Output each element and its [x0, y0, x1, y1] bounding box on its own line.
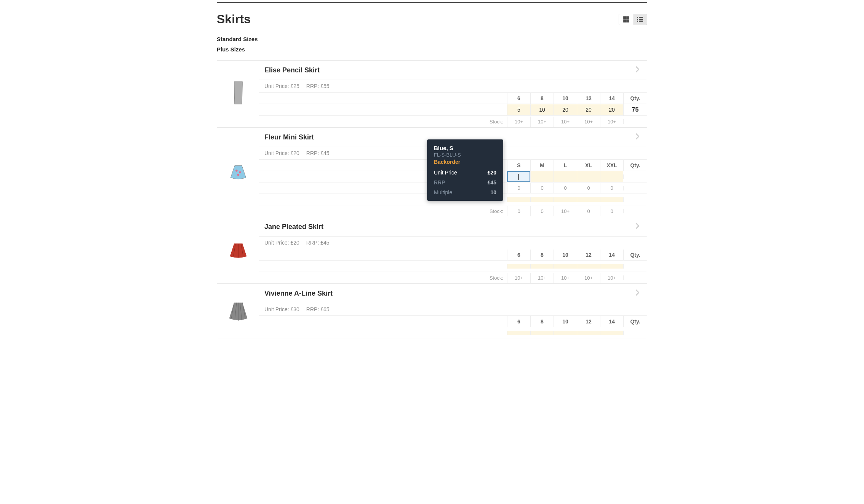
- product-thumbnail: [217, 284, 259, 339]
- page-title: Skirts: [217, 12, 251, 26]
- size-header-cell: XXL: [600, 160, 623, 171]
- qty-input[interactable]: [554, 171, 577, 182]
- qty-input[interactable]: [554, 197, 577, 202]
- qty-input[interactable]: [507, 197, 530, 202]
- variant-tooltip: Blue, SFL-S-BLU-SBackorderUnit Price£20R…: [427, 139, 503, 201]
- stock-cell: 0: [530, 206, 554, 216]
- qty-total: Qty.: [623, 250, 647, 260]
- unit-price-label: Unit Price: £20: [264, 240, 299, 246]
- chevron-right-icon[interactable]: [633, 132, 642, 142]
- stock-cell: 10+: [554, 206, 577, 216]
- size-header-cell: 14: [600, 316, 623, 327]
- qty-total: Qty.: [623, 93, 647, 104]
- qty-input[interactable]: [554, 331, 577, 335]
- qty-total: [623, 174, 647, 179]
- stock-cell: 10+: [577, 273, 600, 283]
- qty-input[interactable]: [600, 171, 623, 182]
- qty-input[interactable]: 20: [577, 104, 600, 115]
- product-title: Fleur Mini Skirt: [264, 133, 314, 141]
- stock-label: Stock:: [259, 275, 507, 281]
- product-thumbnail: [217, 217, 259, 283]
- qty-input[interactable]: [600, 331, 623, 335]
- qty-total: [623, 331, 647, 335]
- size-header-cell: 6: [507, 250, 530, 260]
- list-view-button[interactable]: [633, 14, 647, 25]
- qty-input[interactable]: [554, 264, 577, 269]
- stock-cell: 0: [530, 183, 554, 193]
- qty-total: Qty.: [623, 160, 647, 171]
- qty-input[interactable]: [507, 331, 530, 335]
- qty-input[interactable]: [530, 171, 554, 182]
- rrp-label: RRP: £55: [306, 83, 330, 89]
- stock-cell: 0: [577, 183, 600, 193]
- tooltip-rrp-label: RRP: [434, 179, 445, 186]
- chevron-right-icon[interactable]: [633, 288, 642, 298]
- qty-total: [623, 275, 647, 280]
- size-header-cell: M: [530, 160, 554, 171]
- qty-input[interactable]: [577, 171, 600, 182]
- qty-input[interactable]: [507, 171, 530, 182]
- stock-cell: 0: [600, 183, 623, 193]
- size-header-cell: 10: [554, 93, 577, 104]
- qty-input[interactable]: 5: [507, 104, 530, 115]
- standard-sizes-link[interactable]: Standard Sizes: [217, 36, 647, 42]
- size-header-cell: 14: [600, 250, 623, 260]
- qty-input[interactable]: [577, 264, 600, 269]
- qty-input[interactable]: [507, 264, 530, 269]
- product-thumbnail: [217, 128, 259, 217]
- view-toggle-group: [619, 14, 647, 25]
- size-header-cell: 8: [530, 316, 554, 327]
- chevron-right-icon[interactable]: [633, 65, 642, 75]
- qty-input[interactable]: [600, 197, 623, 202]
- plus-sizes-link[interactable]: Plus Sizes: [217, 46, 647, 53]
- qty-input[interactable]: [577, 197, 600, 202]
- stock-cell: 10+: [577, 117, 600, 127]
- qty-total: [623, 119, 647, 124]
- size-header-cell: 8: [530, 93, 554, 104]
- grid-icon: [623, 16, 629, 22]
- product-thumbnail: [217, 61, 259, 127]
- qty-total: [623, 197, 647, 202]
- size-header-cell: XL: [577, 160, 600, 171]
- qty-input[interactable]: [530, 331, 554, 335]
- stock-cell: 0: [507, 183, 530, 193]
- stock-cell: 10+: [554, 273, 577, 283]
- tooltip-rrp-val: £45: [488, 179, 496, 186]
- size-header-cell: 8: [530, 250, 554, 260]
- size-header-cell: S: [507, 160, 530, 171]
- size-header-cell: 6: [507, 316, 530, 327]
- list-icon: [637, 17, 643, 22]
- qty-input[interactable]: 10: [530, 104, 554, 115]
- stock-cell: 10+: [507, 117, 530, 127]
- grid-view-button[interactable]: [619, 14, 633, 25]
- rrp-label: RRP: £45: [306, 150, 330, 156]
- qty-total: 75: [623, 104, 647, 115]
- product-title: Vivienne A-Line Skirt: [264, 290, 333, 298]
- qty-total: [623, 186, 647, 190]
- chevron-right-icon[interactable]: [633, 222, 642, 232]
- qty-input[interactable]: 20: [554, 104, 577, 115]
- tooltip-unit-price-label: Unit Price: [434, 170, 457, 176]
- qty-input[interactable]: [530, 264, 554, 269]
- size-header-cell: 6: [507, 93, 530, 104]
- tooltip-title: Blue, S: [434, 145, 496, 151]
- product-title: Elise Pencil Skirt: [264, 66, 320, 74]
- qty-input[interactable]: [577, 331, 600, 335]
- stock-cell: 0: [600, 206, 623, 216]
- qty-input[interactable]: [600, 264, 623, 269]
- size-header-cell: 12: [577, 250, 600, 260]
- stock-cell: 10+: [530, 273, 554, 283]
- size-header-cell: 12: [577, 93, 600, 104]
- qty-total: [623, 209, 647, 213]
- unit-price-label: Unit Price: £30: [264, 306, 299, 312]
- stock-cell: 10+: [507, 273, 530, 283]
- stock-cell: 0: [577, 206, 600, 216]
- tooltip-status: Backorder: [434, 159, 496, 165]
- stock-label: Stock:: [259, 208, 507, 214]
- qty-input[interactable]: 20: [600, 104, 623, 115]
- product-title: Jane Pleated Skirt: [264, 223, 323, 231]
- svg-point-1: [239, 171, 241, 173]
- qty-input[interactable]: [530, 197, 554, 202]
- stock-label: Stock:: [259, 119, 507, 125]
- unit-price-label: Unit Price: £20: [264, 150, 299, 156]
